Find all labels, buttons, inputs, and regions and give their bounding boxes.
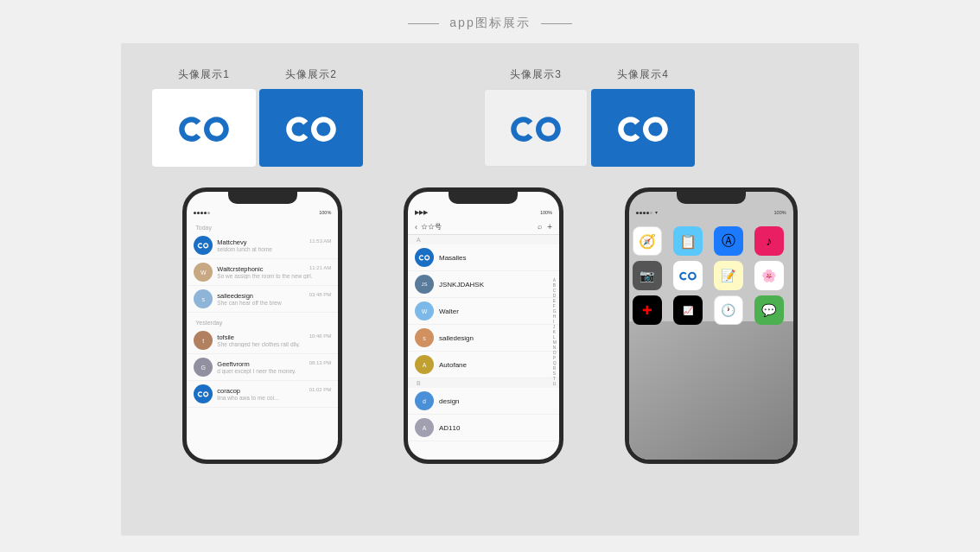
co-logo-4 bbox=[615, 112, 671, 143]
msg-item-4[interactable]: t tofsile 10:46 PM She changed her cloth… bbox=[187, 327, 338, 354]
app-appstore[interactable]: Ⓐ bbox=[714, 226, 743, 256]
msg-item-3[interactable]: s salleedesign 03:48 PM She can hear off… bbox=[187, 286, 338, 313]
search-icon[interactable]: ⌕ bbox=[538, 222, 542, 232]
contacts-list: A B C D E F G H I J K L M N O P Q bbox=[408, 235, 559, 441]
msg-item-6[interactable]: coracop 01:02 PM lina who awa to me coi.… bbox=[187, 381, 338, 408]
contact-name-design: design bbox=[439, 397, 460, 405]
app-health[interactable]: ✚ bbox=[633, 295, 662, 325]
contact-co-logo bbox=[418, 254, 430, 261]
avatar-label-4: 头像展示4 bbox=[617, 67, 669, 82]
appstore-a-icon: Ⓐ bbox=[722, 232, 735, 251]
photos-flower-icon: 🌸 bbox=[761, 269, 776, 282]
signal-dot1 bbox=[194, 212, 196, 214]
phone-right-notch bbox=[677, 192, 746, 204]
add-contact-icon[interactable]: + bbox=[547, 222, 552, 232]
app-co[interactable] bbox=[673, 261, 703, 290]
avatar-item-4: 头像展示4 bbox=[591, 67, 695, 167]
signal-dot2 bbox=[197, 212, 200, 214]
msg-name-5: Geeftvrorm bbox=[217, 360, 250, 368]
avatar-item-2: 头像展示2 bbox=[259, 67, 363, 167]
msg-item-1[interactable]: Mattchevy 11:53 AM seldom lunch at home bbox=[187, 232, 338, 259]
msg-avatar-5: G bbox=[194, 358, 213, 377]
app-photos[interactable]: 🌸 bbox=[754, 261, 784, 290]
co-logo-2 bbox=[283, 112, 339, 143]
phone-right-status-bar: ▾ 100% bbox=[629, 204, 793, 219]
msg-item-5[interactable]: G Geeftvrorm 08:13 PM d quer except I ne… bbox=[187, 354, 338, 381]
msg-preview-4: She changed her clothes rait dily. bbox=[217, 341, 331, 347]
msg-preview-2: So we assign the room to the new girl. bbox=[217, 273, 331, 279]
msg-avatar-1 bbox=[194, 236, 213, 255]
msg-name-row-3: salleedesign 03:48 PM bbox=[217, 292, 331, 300]
contact-walter[interactable]: W Walter bbox=[408, 298, 559, 325]
signal-dot4 bbox=[204, 212, 207, 214]
signal-dot-r3 bbox=[643, 212, 646, 214]
contact-masalles[interactable]: Masalles bbox=[408, 244, 559, 271]
contacts-header: ‹ ☆☆号 ⌕ + bbox=[408, 219, 559, 235]
app-stocks[interactable]: 📈 bbox=[673, 295, 703, 325]
phone-homescreen: ▾ 100% 🧭 📋 Ⓐ ♪ bbox=[625, 187, 798, 464]
avatar-label-3: 头像展示3 bbox=[510, 67, 562, 82]
phone-contacts: ▶▶▶ 100% ‹ ☆☆号 ⌕ + A B C D bbox=[404, 187, 563, 464]
app-clock[interactable]: 🕐 bbox=[714, 295, 743, 325]
phones-row: 100% Today Mattchevy bbox=[152, 187, 828, 464]
music-note-icon: ♪ bbox=[766, 234, 772, 248]
msg-body-3: salleedesign 03:48 PM She can hear off t… bbox=[217, 292, 331, 306]
app-camera[interactable]: 📷 bbox=[633, 261, 662, 290]
msg-name-3: salleedesign bbox=[217, 292, 253, 300]
app-safari[interactable]: 🧭 bbox=[633, 226, 662, 256]
contact-jsnkjdahsk[interactable]: JS JSNKJDAHSK bbox=[408, 271, 559, 298]
app-messages[interactable]: 💬 bbox=[754, 295, 784, 325]
avatars-section: 头像展示1 头像展示2 bbox=[152, 67, 828, 167]
phone-left-notch bbox=[228, 192, 297, 204]
signal-wifi: ▶▶▶ bbox=[415, 209, 428, 216]
phone-middle-status-bar: ▶▶▶ 100% bbox=[408, 204, 559, 219]
contact-avatar-masalles bbox=[415, 248, 434, 267]
section-B: B bbox=[408, 378, 559, 388]
main-area: 头像展示1 头像展示2 bbox=[121, 43, 859, 536]
msg-name-row-4: tofsile 10:46 PM bbox=[217, 333, 331, 341]
msg-preview-1: seldom lunch at home bbox=[217, 246, 331, 252]
signal-dot-r1 bbox=[636, 212, 639, 214]
msg-body-1: Mattchevy 11:53 AM seldom lunch at home bbox=[217, 238, 331, 252]
stocks-chart-icon: 📈 bbox=[683, 306, 693, 315]
contact-initials-jsnk: JS bbox=[421, 282, 427, 287]
msg-time-1: 11:53 AM bbox=[309, 238, 331, 246]
msg-body-6: coracop 01:02 PM lina who awa to me coi.… bbox=[217, 387, 331, 401]
contact-ad110[interactable]: A AD110 bbox=[408, 415, 559, 441]
app-files[interactable]: 📋 bbox=[673, 226, 703, 256]
contacts-header-title: ☆☆号 bbox=[421, 222, 442, 232]
health-cross-icon: ✚ bbox=[642, 303, 652, 317]
back-icon[interactable]: ‹ bbox=[415, 223, 417, 232]
msg-time-3: 03:48 PM bbox=[309, 292, 332, 300]
msg-item-2[interactable]: W Waltcrstephonic 11:21 AM So we assign … bbox=[187, 259, 338, 286]
msg-avatar-3: s bbox=[194, 289, 213, 308]
contact-autofane[interactable]: A Autofane bbox=[408, 352, 559, 378]
avatar-box-2 bbox=[259, 89, 363, 167]
notes-pad-icon: 📝 bbox=[721, 269, 735, 282]
app-co-logo bbox=[678, 270, 697, 281]
msg-time-2: 11:21 AM bbox=[309, 265, 331, 273]
app-music[interactable]: ♪ bbox=[754, 226, 784, 256]
contact-design[interactable]: d design bbox=[408, 388, 559, 415]
homescreen-bg bbox=[629, 321, 793, 460]
msg-name-4: tofsile bbox=[217, 333, 234, 341]
safari-compass-icon: 🧭 bbox=[639, 233, 656, 250]
contact-name-salledesign: salledesign bbox=[439, 334, 474, 342]
contact-initials-autofane: A bbox=[423, 362, 427, 368]
contact-avatar-design: d bbox=[415, 391, 434, 410]
signal-dot-r2 bbox=[640, 212, 642, 214]
yesterday-label: Yesterday bbox=[187, 316, 338, 327]
msg-name-1: Mattchevy bbox=[217, 238, 246, 246]
contact-name-autofane: Autofane bbox=[439, 361, 467, 369]
msg-avatar-initials-3: s bbox=[202, 296, 206, 302]
contact-initials-walter: W bbox=[422, 308, 428, 314]
msg-time-5: 08:13 PM bbox=[309, 360, 332, 368]
contact-salledesign[interactable]: s salledesign bbox=[408, 325, 559, 352]
msg-co-logo bbox=[197, 242, 209, 249]
avatar-label-2: 头像展示2 bbox=[285, 67, 337, 82]
app-notes[interactable]: 📝 bbox=[714, 261, 743, 290]
contact-avatar-jsnkjdahsk: JS bbox=[415, 275, 434, 294]
battery-pct-middle: 100% bbox=[540, 210, 552, 215]
page-title: app图标展示 bbox=[449, 16, 530, 31]
page-header: app图标展示 bbox=[0, 0, 980, 43]
